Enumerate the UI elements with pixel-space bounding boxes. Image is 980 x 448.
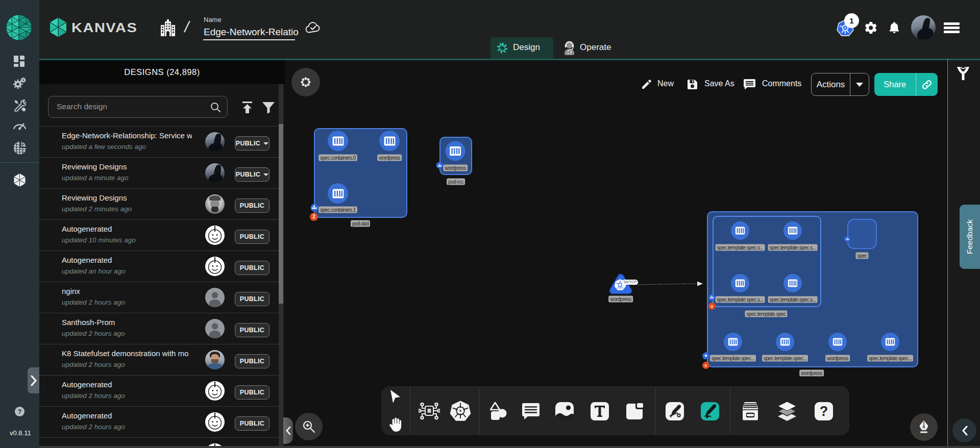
svg-text:?: ? xyxy=(820,404,828,419)
svg-text:?: ? xyxy=(18,408,22,415)
